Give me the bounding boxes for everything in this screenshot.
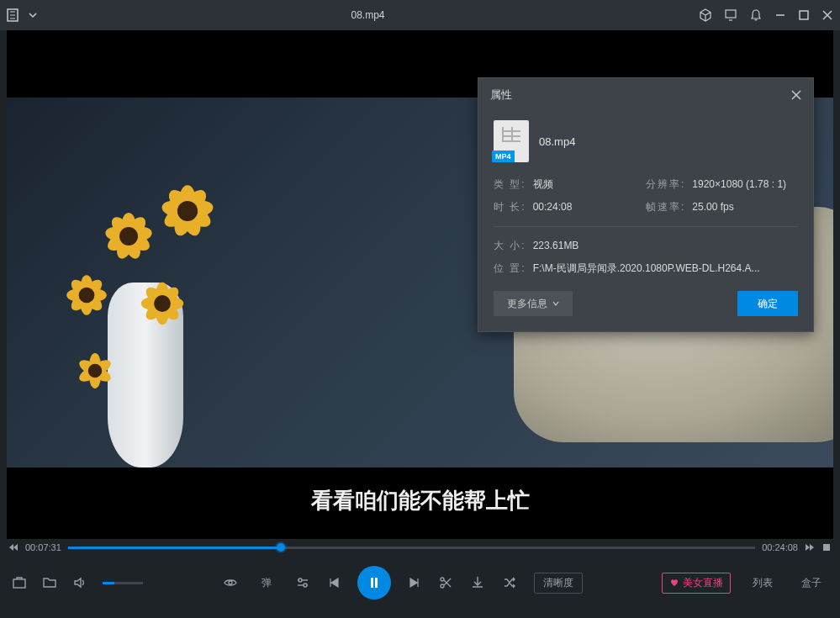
chevron-down-icon [552,300,559,307]
settings-icon[interactable] [295,575,310,590]
progress-track[interactable] [68,547,755,549]
file-badge: MP4 [492,151,515,162]
label-type: 类 型: [494,178,526,190]
box-button[interactable]: 盒子 [795,573,828,594]
volume-icon[interactable] [72,575,87,590]
menu-icon[interactable] [7,8,22,23]
svg-rect-13 [13,579,25,588]
monitor-icon[interactable] [724,8,737,22]
value-framerate: 25.00 fps [692,201,733,213]
stop-icon[interactable] [822,542,832,552]
svg-point-22 [441,584,444,588]
titlebar: 08.mp4 [0,0,840,30]
video-subtitle: 看看咱们能不能帮上忙 [7,486,833,515]
live-label: 美女直播 [683,576,723,590]
dialog-title: 属性 [490,87,512,103]
control-bar: 弹 清晰度 美女直播 列表 盒子 [0,556,840,610]
svg-point-17 [298,578,302,582]
total-time: 00:24:08 [762,542,798,552]
svg-rect-7 [800,11,808,19]
label-resolution: 分辨率: [646,178,685,190]
cube-icon[interactable] [699,8,712,22]
label-framerate: 帧速率: [646,201,685,213]
live-button[interactable]: 美女直播 [662,573,731,594]
folder-icon[interactable] [42,575,57,590]
svg-point-18 [304,584,307,587]
download-icon[interactable] [470,575,485,590]
progress-bar: 00:07:31 00:24:08 [0,539,840,556]
label-location: 位 置: [494,261,526,276]
eye-icon[interactable] [223,575,238,590]
chevron-down-icon[interactable] [29,11,37,19]
svg-rect-20 [375,578,378,588]
ok-button[interactable]: 确定 [737,291,798,316]
bell-icon[interactable] [749,8,763,22]
value-type: 视频 [533,178,553,190]
quality-button[interactable]: 清晰度 [534,573,583,594]
label-size: 大 小: [494,240,526,251]
dialog-close-icon[interactable] [791,90,801,100]
svg-rect-12 [823,544,830,551]
danmu-button[interactable]: 弹 [255,573,278,594]
list-button[interactable]: 列表 [746,573,779,594]
svg-rect-4 [726,10,736,18]
svg-rect-19 [371,578,373,588]
label-duration: 时 长: [494,201,526,213]
prev-track-icon[interactable] [327,576,341,589]
value-duration: 00:24:08 [533,201,573,213]
forward-icon[interactable] [805,542,815,552]
next-track-icon[interactable] [408,576,421,589]
shuffle-icon[interactable] [502,575,517,590]
value-resolution: 1920×1080 (1.78 : 1) [692,178,786,190]
svg-point-21 [441,578,444,581]
value-size: 223.61MB [533,240,579,251]
svg-point-14 [229,581,232,584]
minimize-icon[interactable] [774,9,786,21]
more-info-button[interactable]: 更多信息 [494,291,573,316]
volume-slider[interactable] [103,582,143,584]
properties-dialog: 属性 MP4 08.mp4 类 型:视频 分辨率:1920×1080 (1.78… [478,77,814,332]
pause-button[interactable] [357,566,391,600]
scissors-icon[interactable] [438,575,453,590]
close-icon[interactable] [822,9,833,21]
open-file-icon[interactable] [12,575,27,590]
window-title: 08.mp4 [37,9,699,21]
more-info-label: 更多信息 [507,297,547,311]
rewind-icon[interactable] [8,542,18,552]
value-location: F:\M-民调局异闻录.2020.1080P.WEB-DL.H264.A... [533,261,798,276]
maximize-icon[interactable] [798,9,810,21]
file-type-icon: MP4 [494,120,529,162]
pause-icon [367,576,381,589]
heart-icon [669,578,679,588]
dialog-filename: 08.mp4 [539,135,575,148]
current-time: 00:07:31 [25,542,61,552]
